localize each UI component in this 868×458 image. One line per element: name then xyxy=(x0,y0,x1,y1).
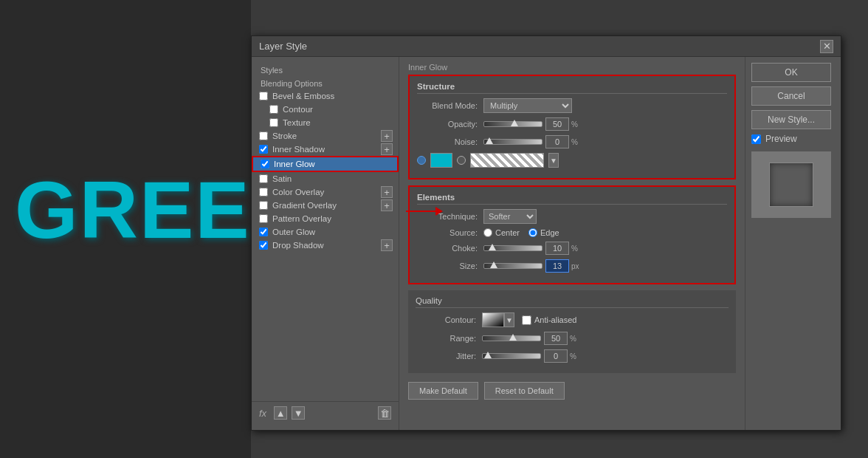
outer-glow-checkbox[interactable] xyxy=(259,228,268,236)
contour-dropdown-button[interactable]: ▼ xyxy=(504,312,514,327)
size-row: Size: px xyxy=(417,259,727,273)
sidebar-item-drop-shadow[interactable]: Drop Shadow + xyxy=(252,239,399,252)
range-input[interactable] xyxy=(544,332,568,345)
drop-shadow-checkbox[interactable] xyxy=(259,241,268,250)
make-default-button[interactable]: Make Default xyxy=(408,382,478,400)
edge-radio[interactable] xyxy=(528,228,537,237)
sidebar-item-outer-glow[interactable]: Outer Glow xyxy=(252,225,399,239)
sidebar-item-satin[interactable]: Satin xyxy=(252,172,399,185)
jitter-label: Jitter: xyxy=(416,352,482,360)
color-overlay-add-button[interactable]: + xyxy=(381,186,393,198)
range-row: Range: % xyxy=(416,332,728,345)
opacity-slider-container xyxy=(483,121,542,127)
close-button[interactable]: ✕ xyxy=(820,40,833,53)
contour-label: Contour xyxy=(283,105,313,114)
gradient-dropdown-button[interactable]: ▼ xyxy=(548,153,559,168)
add-style-button[interactable]: ▲ xyxy=(274,406,287,420)
choke-slider-track[interactable] xyxy=(483,245,542,251)
size-slider-container xyxy=(483,263,542,269)
color-overlay-label: Color Overlay xyxy=(272,188,324,196)
opacity-input[interactable] xyxy=(545,117,569,131)
size-input[interactable] xyxy=(545,259,569,273)
jitter-unit: % xyxy=(570,352,576,360)
contour-checkbox[interactable] xyxy=(269,105,278,114)
sidebar-item-gradient-overlay[interactable]: Gradient Overlay + xyxy=(252,199,399,212)
choke-input[interactable] xyxy=(545,242,569,255)
gradient-overlay-checkbox[interactable] xyxy=(259,201,268,210)
contour-preview[interactable] xyxy=(482,312,504,327)
jitter-slider-track[interactable] xyxy=(482,353,541,359)
edge-radio-label[interactable]: Edge xyxy=(528,228,559,237)
blend-mode-label: Blend Mode: xyxy=(417,101,483,110)
bevel-label: Bevel & Emboss xyxy=(272,92,334,100)
gradient-radio[interactable] xyxy=(457,156,466,165)
jitter-slider-thumb[interactable] xyxy=(484,352,492,358)
preview-checkbox[interactable] xyxy=(751,134,761,144)
inner-shadow-add-button[interactable]: + xyxy=(381,143,393,155)
sidebar-item-pattern-overlay[interactable]: Pattern Overlay xyxy=(252,212,399,225)
sidebar-item-color-overlay[interactable]: Color Overlay + xyxy=(252,185,399,199)
pattern-overlay-checkbox[interactable] xyxy=(259,214,268,223)
solid-color-radio[interactable] xyxy=(417,156,426,165)
gradient-overlay-add-button[interactable]: + xyxy=(381,199,393,211)
jitter-input[interactable] xyxy=(544,349,568,363)
opacity-slider-thumb[interactable] xyxy=(511,120,518,126)
sidebar-item-inner-glow[interactable]: Inner Glow xyxy=(252,156,399,172)
gradient-overlay-label: Gradient Overlay xyxy=(272,201,337,210)
blend-mode-select[interactable]: Multiply Normal Screen xyxy=(483,98,572,113)
gradient-preview[interactable] xyxy=(470,153,544,168)
choke-slider-thumb[interactable] xyxy=(489,244,496,250)
technique-select[interactable]: Softer Precise xyxy=(483,209,537,224)
inner-glow-checkbox[interactable] xyxy=(261,160,269,168)
right-panel: OK Cancel New Style... Preview xyxy=(745,57,841,430)
range-slider-thumb[interactable] xyxy=(509,334,517,341)
reset-to-default-button[interactable]: Reset to Default xyxy=(484,382,565,400)
drop-shadow-add-button[interactable]: + xyxy=(381,239,393,251)
center-radio[interactable] xyxy=(483,228,492,237)
size-label: Size: xyxy=(417,262,483,270)
sidebar-item-contour[interactable]: Contour xyxy=(252,103,399,116)
sidebar-item-bevel[interactable]: Bevel & Emboss xyxy=(252,89,399,103)
noise-slider-thumb[interactable] xyxy=(486,137,493,144)
dialog-body: Styles Blending Options Bevel & Emboss C… xyxy=(252,57,841,430)
noise-unit: % xyxy=(571,138,578,146)
pattern-overlay-label: Pattern Overlay xyxy=(272,214,331,223)
color-overlay-checkbox[interactable] xyxy=(259,188,268,196)
opacity-row: Opacity: % xyxy=(417,117,727,131)
size-slider-thumb[interactable] xyxy=(490,262,497,268)
elements-section: Elements Technique: Softer Precise Sourc… xyxy=(408,185,736,284)
sidebar-item-stroke[interactable]: Stroke + xyxy=(252,129,399,143)
color-swatch[interactable] xyxy=(430,153,452,168)
anti-aliased-checkbox[interactable] xyxy=(522,315,531,325)
range-slider-track[interactable] xyxy=(482,335,541,341)
size-slider-track[interactable] xyxy=(483,263,542,269)
preview-inner-box xyxy=(769,163,813,207)
noise-input[interactable] xyxy=(545,135,569,148)
opacity-slider-track[interactable] xyxy=(483,121,542,127)
arrow-line xyxy=(406,211,435,212)
stroke-add-button[interactable]: + xyxy=(381,130,393,142)
size-unit: px xyxy=(571,262,579,270)
move-up-button[interactable]: ▼ xyxy=(292,406,305,420)
noise-slider-track[interactable] xyxy=(483,139,542,145)
sidebar-item-texture[interactable]: Texture xyxy=(252,116,399,129)
center-radio-label[interactable]: Center xyxy=(483,228,520,237)
anti-aliased-label[interactable]: Anti-aliased xyxy=(522,315,576,325)
new-style-button[interactable]: New Style... xyxy=(751,110,831,129)
preview-label[interactable]: Preview xyxy=(751,134,835,144)
stroke-checkbox[interactable] xyxy=(259,131,268,140)
layer-style-dialog: Layer Style ✕ Styles Blending Options Be… xyxy=(251,35,841,431)
texture-label: Texture xyxy=(283,118,311,127)
satin-checkbox[interactable] xyxy=(259,174,268,183)
elements-header: Elements xyxy=(417,193,727,205)
cancel-button[interactable]: Cancel xyxy=(751,86,831,106)
texture-checkbox[interactable] xyxy=(269,118,278,127)
sidebar-item-inner-shadow[interactable]: Inner Shadow + xyxy=(252,143,399,156)
bevel-checkbox[interactable] xyxy=(259,92,268,100)
inner-shadow-checkbox[interactable] xyxy=(259,145,268,154)
technique-row: Technique: Softer Precise xyxy=(417,209,727,224)
contour-row: Contour: ▼ Anti-aliased xyxy=(416,312,728,327)
delete-style-button[interactable]: 🗑 xyxy=(378,406,391,420)
contour-label: Contour: xyxy=(416,315,482,324)
ok-button[interactable]: OK xyxy=(751,63,831,82)
